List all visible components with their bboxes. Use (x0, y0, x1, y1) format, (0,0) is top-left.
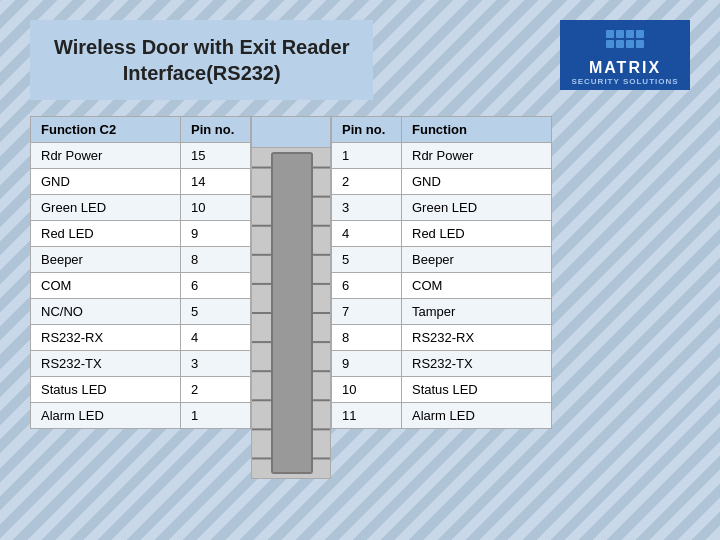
svg-rect-4 (606, 40, 614, 48)
left-func-cell: Red LED (31, 221, 181, 247)
right-pin-cell: 8 (332, 325, 402, 351)
right-pin-cell: 3 (332, 195, 402, 221)
right-func-cell: Status LED (402, 377, 552, 403)
right-func-cell: RS232-RX (402, 325, 552, 351)
svg-rect-8 (272, 153, 312, 473)
right-func-cell: RS232-TX (402, 351, 552, 377)
right-pin-cell: 4 (332, 221, 402, 247)
right-pin-cell: 11 (332, 403, 402, 429)
right-pin-cell: 6 (332, 273, 402, 299)
right-pin-cell: 7 (332, 299, 402, 325)
right-func-cell: COM (402, 273, 552, 299)
left-func-cell: NC/NO (31, 299, 181, 325)
right-pin-cell: 10 (332, 377, 402, 403)
left-header-function: Function C2 (31, 117, 181, 143)
right-header-pin: Pin no. (332, 117, 402, 143)
right-func-cell: Tamper (402, 299, 552, 325)
left-func-cell: Green LED (31, 195, 181, 221)
connector-svg (252, 148, 330, 478)
left-func-cell: Status LED (31, 377, 181, 403)
right-func-cell: Beeper (402, 247, 552, 273)
left-pin-cell: 8 (181, 247, 251, 273)
connector-pins (251, 148, 331, 479)
right-func-cell: Green LED (402, 195, 552, 221)
logo-sub: SECURITY SOLUTIONS (571, 77, 678, 86)
left-func-cell: Beeper (31, 247, 181, 273)
left-header-pin: Pin no. (181, 117, 251, 143)
svg-rect-7 (636, 40, 644, 48)
left-pin-cell: 9 (181, 221, 251, 247)
left-func-cell: Rdr Power (31, 143, 181, 169)
main-container: Wireless Door with Exit Reader Interface… (0, 0, 720, 499)
left-pin-cell: 5 (181, 299, 251, 325)
left-table: Function C2Pin no.Rdr Power15GND14Green … (30, 116, 251, 429)
header-row: Wireless Door with Exit Reader Interface… (30, 20, 690, 100)
left-pin-cell: 3 (181, 351, 251, 377)
title-line1: Wireless Door with Exit Reader (54, 34, 349, 60)
right-pin-cell: 9 (332, 351, 402, 377)
svg-rect-3 (636, 30, 644, 38)
right-func-cell: GND (402, 169, 552, 195)
left-pin-cell: 4 (181, 325, 251, 351)
logo-icon (605, 25, 645, 55)
right-header-function: Function (402, 117, 552, 143)
full-table-layout: Function C2Pin no.Rdr Power15GND14Green … (30, 116, 690, 479)
left-func-cell: RS232-TX (31, 351, 181, 377)
left-func-cell: Alarm LED (31, 403, 181, 429)
svg-rect-6 (626, 40, 634, 48)
svg-rect-2 (626, 30, 634, 38)
connector-visual (251, 116, 331, 479)
right-pin-cell: 2 (332, 169, 402, 195)
logo-box: MATRIX SECURITY SOLUTIONS (560, 20, 690, 90)
left-pin-cell: 2 (181, 377, 251, 403)
left-func-cell: RS232-RX (31, 325, 181, 351)
right-pin-cell: 1 (332, 143, 402, 169)
right-pin-cell: 5 (332, 247, 402, 273)
left-func-cell: GND (31, 169, 181, 195)
right-table: Pin no.Function1Rdr Power2GND3Green LED4… (331, 116, 552, 429)
svg-rect-5 (616, 40, 624, 48)
left-pin-cell: 15 (181, 143, 251, 169)
left-pin-cell: 6 (181, 273, 251, 299)
right-func-cell: Red LED (402, 221, 552, 247)
logo-brand: MATRIX (589, 59, 661, 77)
title-line2: Interface(RS232) (54, 60, 349, 86)
right-func-cell: Alarm LED (402, 403, 552, 429)
svg-rect-0 (606, 30, 614, 38)
right-func-cell: Rdr Power (402, 143, 552, 169)
svg-rect-1 (616, 30, 624, 38)
title-box: Wireless Door with Exit Reader Interface… (30, 20, 373, 100)
left-func-cell: COM (31, 273, 181, 299)
left-pin-cell: 14 (181, 169, 251, 195)
left-pin-cell: 10 (181, 195, 251, 221)
left-pin-cell: 1 (181, 403, 251, 429)
